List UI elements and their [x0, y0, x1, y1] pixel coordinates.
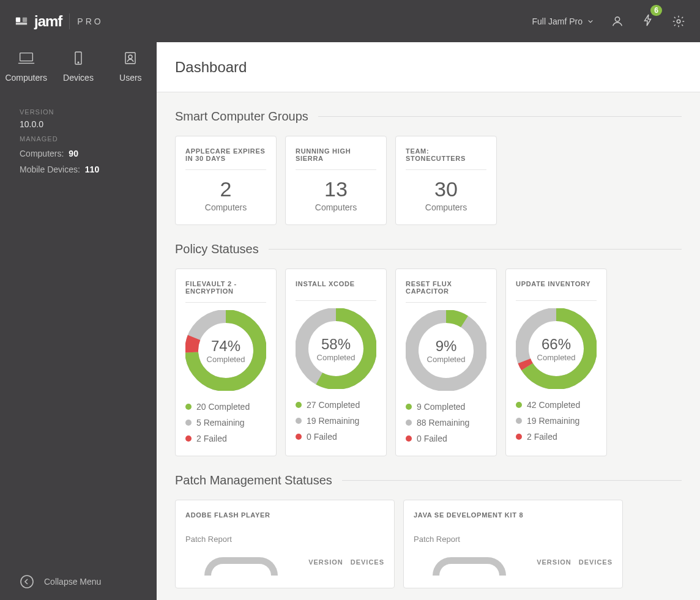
collapse-icon: [20, 574, 34, 589]
donut-label: Completed: [537, 353, 576, 362]
nav-tab-computers[interactable]: Computers: [0, 42, 52, 90]
policy-card[interactable]: UPDATE INVENTORY 66% Completed 42 Comple…: [505, 269, 607, 456]
nav-tab-users[interactable]: Users: [105, 42, 157, 90]
nav-tab-devices[interactable]: Devices: [52, 42, 104, 90]
nav-tab-label: Devices: [52, 73, 104, 83]
card-title: ADOBE FLASH PLAYER: [185, 511, 384, 532]
svg-point-10: [21, 576, 33, 588]
notifications-button[interactable]: 6: [641, 13, 655, 29]
legend-failed: 2 Failed: [516, 432, 597, 442]
collapse-menu-button[interactable]: Collapse Menu: [20, 574, 101, 589]
nav-tab-icon: [69, 57, 88, 67]
managed-stat-row: Mobile Devices:110: [20, 165, 137, 174]
section-title-groups: Smart Computer Groups: [175, 109, 308, 124]
patch-subtitle: Patch Report: [185, 535, 384, 544]
brand-mark-icon: [15, 15, 28, 28]
group-card[interactable]: APPLECARE EXPIRES IN 30 DAYS 2 Computers: [175, 136, 277, 225]
nav-tab-icon: [17, 57, 35, 67]
donut-chart: 66% Completed: [516, 308, 597, 389]
card-title: RUNNING HIGH SIERRA: [296, 147, 376, 170]
site-switcher[interactable]: Full Jamf Pro: [532, 17, 594, 26]
nav-tab-label: Users: [105, 73, 157, 83]
donut-chart: [204, 557, 278, 576]
legend-completed: 42 Completed: [516, 400, 597, 410]
section-title-policies: Policy Statuses: [175, 242, 259, 256]
group-card[interactable]: RUNNING HIGH SIERRA 13 Computers: [285, 136, 387, 225]
donut-label: Completed: [317, 353, 356, 362]
card-title: INSTALL XCODE: [296, 280, 376, 301]
svg-point-4: [677, 20, 680, 23]
card-title: UPDATE INVENTORY: [516, 280, 597, 301]
svg-rect-1: [23, 17, 27, 21]
svg-rect-5: [20, 53, 32, 61]
brand-word: jamf: [34, 13, 62, 30]
brand-separator: [69, 13, 70, 29]
group-count: 30: [406, 177, 486, 201]
donut-label: Completed: [207, 355, 245, 364]
svg-rect-8: [125, 53, 135, 64]
donut-chart: 9% Completed: [406, 310, 486, 391]
donut-percent: 74%: [211, 338, 240, 355]
group-count: 2: [185, 177, 266, 201]
nav-tab-icon: [121, 57, 140, 67]
card-title: FILEVAULT 2 - ENCRYPTION: [185, 280, 266, 303]
legend-failed: 0 Failed: [296, 432, 376, 442]
notification-badge: 6: [650, 5, 662, 16]
chevron-down-icon: [587, 18, 594, 24]
card-title: JAVA SE DEVELOPMENT KIT 8: [414, 511, 612, 532]
svg-point-3: [615, 17, 619, 21]
site-switch-label: Full Jamf Pro: [532, 17, 583, 26]
card-title: RESET FLUX CAPACITOR: [406, 280, 486, 303]
donut-label: Completed: [427, 355, 466, 364]
legend-remaining: 5 Remaining: [185, 418, 266, 428]
donut-chart: 74% Completed: [185, 310, 266, 391]
brand-logo[interactable]: jamf PRO: [15, 13, 103, 30]
policy-card[interactable]: RESET FLUX CAPACITOR 9% Completed 9 Comp…: [395, 269, 497, 456]
legend-remaining: 88 Remaining: [406, 418, 486, 428]
svg-point-9: [128, 55, 132, 59]
group-card[interactable]: TEAM: STONECUTTERS 30 Computers: [395, 136, 497, 225]
donut-percent: 58%: [321, 336, 351, 353]
donut-percent: 9%: [436, 338, 457, 355]
legend-completed: 27 Completed: [296, 400, 376, 410]
group-unit: Computers: [185, 202, 266, 212]
group-unit: Computers: [406, 202, 486, 212]
legend-remaining: 19 Remaining: [516, 416, 597, 426]
patch-card[interactable]: ADOBE FLASH PLAYER Patch Report VERSIOND…: [175, 500, 395, 588]
collapse-menu-label: Collapse Menu: [44, 577, 101, 587]
svg-point-7: [78, 62, 79, 63]
donut-chart: 58% Completed: [296, 308, 376, 389]
svg-rect-0: [16, 17, 20, 21]
svg-rect-2: [16, 22, 27, 24]
account-icon[interactable]: [611, 15, 624, 28]
card-title: APPLECARE EXPIRES IN 30 DAYS: [185, 147, 266, 170]
version-value: 10.0.0: [20, 119, 137, 129]
nav-tab-label: Computers: [0, 73, 52, 83]
version-title: VERSION: [20, 108, 137, 116]
card-title: TEAM: STONECUTTERS: [406, 147, 486, 170]
legend-failed: 2 Failed: [185, 434, 266, 443]
page-title: Dashboard: [175, 59, 247, 76]
section-title-patches: Patch Management Statuses: [175, 473, 332, 487]
patch-subtitle: Patch Report: [414, 535, 612, 544]
donut-chart: [433, 557, 506, 576]
policy-card[interactable]: FILEVAULT 2 - ENCRYPTION 74% Completed 2…: [175, 269, 277, 456]
legend-completed: 9 Completed: [406, 402, 486, 412]
section-divider: [318, 116, 682, 117]
patch-card[interactable]: JAVA SE DEVELOPMENT KIT 8 Patch Report V…: [403, 500, 623, 588]
brand-sub: PRO: [77, 17, 103, 26]
settings-icon[interactable]: [672, 15, 685, 28]
group-unit: Computers: [296, 202, 376, 212]
patch-columns: VERSIONDEVICES: [308, 558, 384, 566]
group-count: 13: [296, 177, 376, 201]
policy-card[interactable]: INSTALL XCODE 58% Completed 27 Completed…: [285, 269, 387, 456]
legend-remaining: 19 Remaining: [296, 416, 376, 426]
legend-failed: 0 Failed: [406, 434, 486, 443]
managed-title: MANAGED: [20, 135, 137, 143]
donut-percent: 66%: [542, 336, 571, 353]
managed-stat-row: Computers:90: [20, 149, 137, 158]
legend-completed: 20 Completed: [185, 402, 266, 412]
section-divider: [342, 480, 682, 481]
section-divider: [269, 249, 682, 250]
patch-columns: VERSIONDEVICES: [537, 558, 612, 566]
